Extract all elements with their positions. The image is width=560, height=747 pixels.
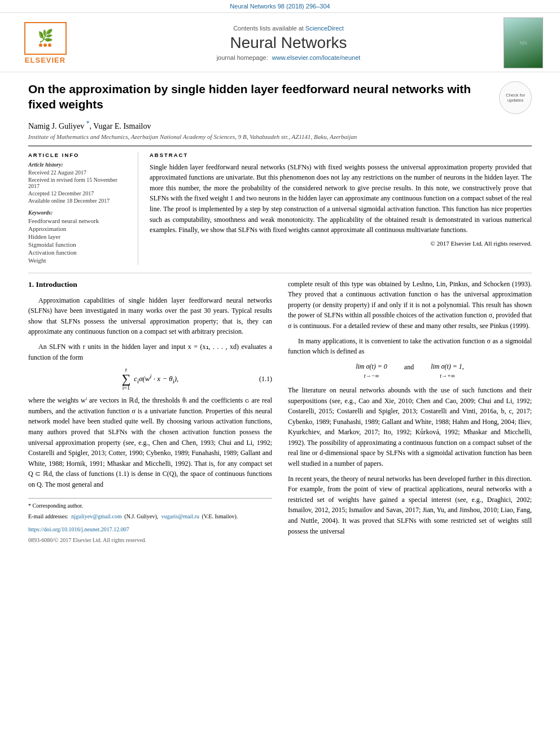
- right-col: complete result of this type was obtaine…: [288, 279, 532, 545]
- abstract-text: Single hidden layer feedforward neural n…: [150, 162, 532, 235]
- journal-header: Neural Networks 98 (2018) 296–304 🌿 ELSE…: [0, 0, 560, 72]
- right-para3: The literature on neural networks abound…: [288, 385, 532, 469]
- limit-formula-block: lim σ(t) = 0 t→−∞ and lim σ(t) = 1, t→+∞: [288, 361, 532, 381]
- limit-right-sub: t→+∞: [440, 372, 455, 381]
- keyword-6: Weight: [28, 257, 129, 264]
- contents-line: Contents lists available at ScienceDirec…: [73, 25, 504, 32]
- left-col: 1. Introduction Approximation capabiliti…: [28, 279, 272, 545]
- sciencedirect-link[interactable]: ScienceDirect: [305, 25, 344, 32]
- abstract-title: ABSTRACT: [150, 152, 532, 158]
- article-title: On the approximation by single hidden la…: [28, 81, 492, 112]
- elsevier-tree-icon: 🌿: [38, 30, 53, 42]
- right-para4: In recent years, the theory of neural ne…: [288, 474, 532, 537]
- two-col-text: 1. Introduction Approximation capabiliti…: [28, 279, 532, 545]
- email-label: E-mail addresses:: [28, 513, 68, 519]
- sum-formula: r ∑ i=1 ciσ(wi · x − θi),: [122, 367, 179, 391]
- formula-body: ciσ(wi · x − θi),: [134, 372, 178, 386]
- abstract-col: ABSTRACT Single hidden layer feedforward…: [150, 152, 532, 265]
- issn-line: 0893-6080/© 2017 Elsevier Ltd. All right…: [28, 536, 272, 545]
- keyword-5: Activation function: [28, 249, 129, 256]
- intro-para1: Approximation capabilities of single hid…: [28, 295, 272, 337]
- email2-name: (V.E. Ismailov).: [202, 513, 238, 519]
- main-content: 1. Introduction Approximation capabiliti…: [0, 273, 560, 545]
- right-para1: complete result of this type was obtaine…: [288, 279, 532, 331]
- article-info-title: ARTICLE INFO: [28, 152, 129, 158]
- article-info-col: ARTICLE INFO Article history: Received 2…: [28, 152, 138, 265]
- authors-text: Namig J. Guliyev *, Vugar E. Ismailov: [28, 122, 151, 130]
- keyword-2: Approximation: [28, 225, 129, 232]
- limit-right-expr: lim σ(t) = 1,: [431, 361, 464, 372]
- limit-left: lim σ(t) = 0 t→−∞: [356, 361, 387, 381]
- keywords-label: Keywords:: [28, 209, 129, 216]
- journal-title-text: Neural Networks: [73, 34, 504, 52]
- email1-name: (N.J. Guliyev),: [124, 513, 158, 519]
- email-line: E-mail addresses: njguliyev@gmail.com (N…: [28, 512, 272, 521]
- intro-para2: An SLFN with r units in the hidden layer…: [28, 342, 272, 362]
- elsevier-logo-box: 🌿: [24, 22, 67, 55]
- formula-label: (1.1): [178, 374, 272, 385]
- affiliation-text: Institute of Mathematics and Mechanics, …: [28, 133, 532, 140]
- article-container: On the approximation by single hidden la…: [0, 72, 560, 265]
- section1-title: 1. Introduction: [28, 279, 272, 291]
- limit-right: lim σ(t) = 1, t→+∞: [431, 361, 464, 381]
- journal-center-info: Contents lists available at ScienceDirec…: [73, 25, 504, 61]
- footnote-area: * Corresponding author. E-mail addresses…: [28, 498, 272, 521]
- contents-text: Contents lists available at: [233, 25, 304, 32]
- received-1: Received 22 August 2017: [28, 169, 129, 176]
- homepage-label: journal homepage:: [217, 54, 268, 61]
- title-row: On the approximation by single hidden la…: [28, 81, 532, 114]
- history-label: Article history:: [28, 161, 129, 168]
- doi-line: https://doi.org/10.1016/j.neunet.2017.12…: [28, 524, 272, 535]
- journal-cover-thumb: NN: [504, 18, 543, 68]
- formula-block: r ∑ i=1 ciσ(wi · x − θi), (1.1): [28, 367, 272, 391]
- journal-ref-text: Neural Networks 98 (2018) 296–304: [230, 3, 330, 10]
- check-updates-badge: Check for updates: [499, 81, 532, 114]
- copyright-line: © 2017 Elsevier Ltd. All rights reserved…: [150, 240, 532, 247]
- elsevier-logo: 🌿 ELSEVIER: [17, 22, 73, 64]
- sum-bottom: i=1: [123, 385, 130, 391]
- limit-left-expr: lim σ(t) = 0: [356, 361, 387, 372]
- corresponding-note: * Corresponding author.: [28, 501, 272, 510]
- info-abstract-row: ARTICLE INFO Article history: Received 2…: [28, 152, 532, 265]
- keyword-1: Feedforward neural network: [28, 217, 129, 224]
- check-badge-text: Check for updates: [500, 93, 531, 103]
- journal-masthead: 🌿 ELSEVIER Contents lists available at S…: [0, 12, 560, 72]
- doi-link[interactable]: https://doi.org/10.1016/j.neunet.2017.12…: [28, 526, 129, 532]
- email1-link[interactable]: njguliyev@gmail.com: [71, 513, 121, 519]
- sum-notation: r ∑ i=1: [122, 367, 131, 391]
- elsevier-wordmark: ELSEVIER: [25, 56, 65, 64]
- limit-and: and: [404, 362, 414, 373]
- homepage-url[interactable]: www.elsevier.com/locate/neunet: [272, 54, 361, 61]
- intro-para3: where the weights wⁱ are vectors in ℝd, …: [28, 395, 272, 490]
- email2-link[interactable]: vugaris@mail.ru: [161, 513, 199, 519]
- limit-left-sub: t→−∞: [364, 372, 379, 381]
- accepted-date: Accepted 12 December 2017: [28, 190, 129, 196]
- available-date: Available online 18 December 2017: [28, 198, 129, 204]
- title-divider: [28, 146, 532, 146]
- authors-line: Namig J. Guliyev *, Vugar E. Ismailov: [28, 120, 532, 131]
- keyword-3: Hidden layer: [28, 233, 129, 240]
- right-para2: In many applications, it is convenient t…: [288, 336, 532, 357]
- journal-ref-bar: Neural Networks 98 (2018) 296–304: [0, 0, 560, 12]
- received-revised: Received in revised form 15 November 201…: [28, 177, 129, 189]
- section-number: 1. Introduction: [28, 280, 77, 289]
- homepage-line: journal homepage: www.elsevier.com/locat…: [73, 54, 504, 61]
- sum-symbol: ∑: [122, 373, 131, 385]
- keyword-4: Sigmoidal function: [28, 241, 129, 248]
